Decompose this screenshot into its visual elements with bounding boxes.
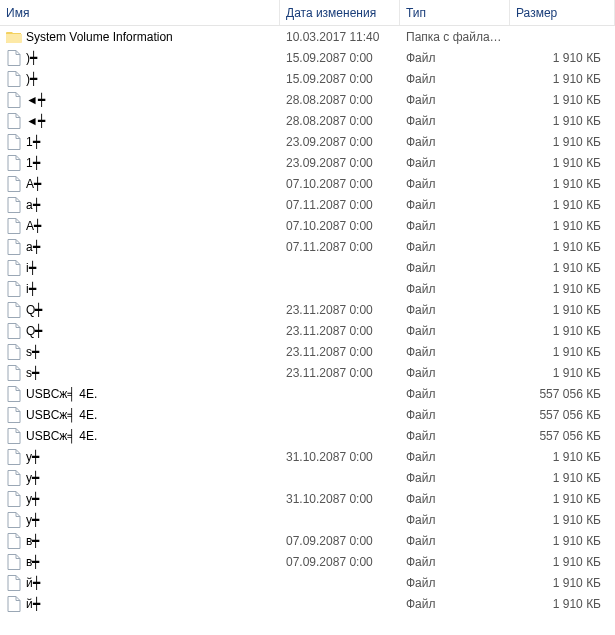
cell-name: у┿ xyxy=(0,491,280,507)
cell-date: 07.11.2087 0:00 xyxy=(280,198,400,212)
table-row[interactable]: у┿Файл1 910 КБ xyxy=(0,467,615,488)
cell-name: Q┿ xyxy=(0,302,280,318)
cell-size: 1 910 КБ xyxy=(510,345,615,359)
file-name: й┿ xyxy=(26,576,40,590)
file-icon xyxy=(6,239,22,255)
cell-name: ◄┿ xyxy=(0,113,280,129)
folder-icon xyxy=(6,29,22,45)
file-icon xyxy=(6,281,22,297)
file-name: i┿ xyxy=(26,282,36,296)
file-icon xyxy=(6,428,22,444)
cell-type: Файл xyxy=(400,114,510,128)
cell-name: й┿ xyxy=(0,596,280,612)
cell-name: USBCж╡ 4Е. xyxy=(0,407,280,423)
cell-size: 1 910 КБ xyxy=(510,303,615,317)
cell-type: Папка с файлами xyxy=(400,30,510,44)
cell-date: 07.11.2087 0:00 xyxy=(280,240,400,254)
file-icon xyxy=(6,512,22,528)
file-name: а┿ xyxy=(26,198,40,212)
table-row[interactable]: USBCж╡ 4Е.Файл557 056 КБ xyxy=(0,425,615,446)
file-name: й┿ xyxy=(26,597,40,611)
cell-type: Файл xyxy=(400,156,510,170)
file-icon xyxy=(6,554,22,570)
column-header-name[interactable]: Имя xyxy=(0,0,280,25)
file-icon xyxy=(6,491,22,507)
table-row[interactable]: s┿23.11.2087 0:00Файл1 910 КБ xyxy=(0,341,615,362)
table-row[interactable]: s┿23.11.2087 0:00Файл1 910 КБ xyxy=(0,362,615,383)
table-row[interactable]: у┿31.10.2087 0:00Файл1 910 КБ xyxy=(0,488,615,509)
table-row[interactable]: )┿15.09.2087 0:00Файл1 910 КБ xyxy=(0,68,615,89)
table-row[interactable]: 1┿23.09.2087 0:00Файл1 910 КБ xyxy=(0,131,615,152)
table-row[interactable]: а┿07.11.2087 0:00Файл1 910 КБ xyxy=(0,194,615,215)
cell-size: 1 910 КБ xyxy=(510,534,615,548)
file-icon xyxy=(6,344,22,360)
file-name: System Volume Information xyxy=(26,30,173,44)
table-row[interactable]: у┿31.10.2087 0:00Файл1 910 КБ xyxy=(0,446,615,467)
cell-size: 1 910 КБ xyxy=(510,555,615,569)
cell-name: i┿ xyxy=(0,260,280,276)
table-row[interactable]: Q┿23.11.2087 0:00Файл1 910 КБ xyxy=(0,320,615,341)
table-row[interactable]: й┿Файл1 910 КБ xyxy=(0,572,615,593)
cell-type: Файл xyxy=(400,72,510,86)
table-row[interactable]: ◄┿28.08.2087 0:00Файл1 910 КБ xyxy=(0,89,615,110)
cell-size: 557 056 КБ xyxy=(510,429,615,443)
file-name: а┿ xyxy=(26,240,40,254)
cell-date: 07.10.2087 0:00 xyxy=(280,177,400,191)
file-icon xyxy=(6,407,22,423)
table-row[interactable]: i┿Файл1 910 КБ xyxy=(0,257,615,278)
cell-name: а┿ xyxy=(0,239,280,255)
file-icon xyxy=(6,92,22,108)
cell-date: 23.09.2087 0:00 xyxy=(280,135,400,149)
cell-type: Файл xyxy=(400,261,510,275)
file-icon xyxy=(6,596,22,612)
cell-type: Файл xyxy=(400,513,510,527)
table-row[interactable]: System Volume Information10.03.2017 11:4… xyxy=(0,26,615,47)
table-row[interactable]: в┿07.09.2087 0:00Файл1 910 КБ xyxy=(0,530,615,551)
file-name: в┿ xyxy=(26,534,39,548)
column-header-type[interactable]: Тип xyxy=(400,0,510,25)
cell-date: 07.09.2087 0:00 xyxy=(280,555,400,569)
table-row[interactable]: в┿07.09.2087 0:00Файл1 910 КБ xyxy=(0,551,615,572)
file-name: 1┿ xyxy=(26,135,40,149)
table-row[interactable]: а┿07.11.2087 0:00Файл1 910 КБ xyxy=(0,236,615,257)
cell-type: Файл xyxy=(400,366,510,380)
table-row[interactable]: Q┿23.11.2087 0:00Файл1 910 КБ xyxy=(0,299,615,320)
table-row[interactable]: А┿07.10.2087 0:00Файл1 910 КБ xyxy=(0,215,615,236)
table-row[interactable]: й┿Файл1 910 КБ xyxy=(0,593,615,614)
cell-name: )┿ xyxy=(0,71,280,87)
cell-date: 15.09.2087 0:00 xyxy=(280,72,400,86)
table-row[interactable]: А┿07.10.2087 0:00Файл1 910 КБ xyxy=(0,173,615,194)
table-row[interactable]: ◄┿28.08.2087 0:00Файл1 910 КБ xyxy=(0,110,615,131)
cell-type: Файл xyxy=(400,534,510,548)
cell-type: Файл xyxy=(400,303,510,317)
cell-name: в┿ xyxy=(0,554,280,570)
file-icon xyxy=(6,323,22,339)
cell-name: ◄┿ xyxy=(0,92,280,108)
cell-name: а┿ xyxy=(0,197,280,213)
table-row[interactable]: у┿Файл1 910 КБ xyxy=(0,509,615,530)
file-icon xyxy=(6,50,22,66)
table-row[interactable]: )┿15.09.2087 0:00Файл1 910 КБ xyxy=(0,47,615,68)
cell-date: 07.10.2087 0:00 xyxy=(280,219,400,233)
file-name: Q┿ xyxy=(26,303,42,317)
cell-name: USBCж╡ 4Е. xyxy=(0,428,280,444)
table-row[interactable]: USBCж╡ 4Е.Файл557 056 КБ xyxy=(0,383,615,404)
cell-size: 1 910 КБ xyxy=(510,450,615,464)
cell-type: Файл xyxy=(400,93,510,107)
cell-size: 557 056 КБ xyxy=(510,387,615,401)
file-icon xyxy=(6,197,22,213)
column-header-date[interactable]: Дата изменения xyxy=(280,0,400,25)
table-row[interactable]: USBCж╡ 4Е.Файл557 056 КБ xyxy=(0,404,615,425)
cell-size: 1 910 КБ xyxy=(510,261,615,275)
file-name: А┿ xyxy=(26,177,41,191)
file-name: 1┿ xyxy=(26,156,40,170)
table-row[interactable]: 1┿23.09.2087 0:00Файл1 910 КБ xyxy=(0,152,615,173)
file-icon xyxy=(6,470,22,486)
column-header-size[interactable]: Размер xyxy=(510,0,615,25)
cell-type: Файл xyxy=(400,135,510,149)
file-name: у┿ xyxy=(26,450,39,464)
table-row[interactable]: i┿Файл1 910 КБ xyxy=(0,278,615,299)
file-icon xyxy=(6,134,22,150)
cell-type: Файл xyxy=(400,429,510,443)
cell-name: у┿ xyxy=(0,449,280,465)
